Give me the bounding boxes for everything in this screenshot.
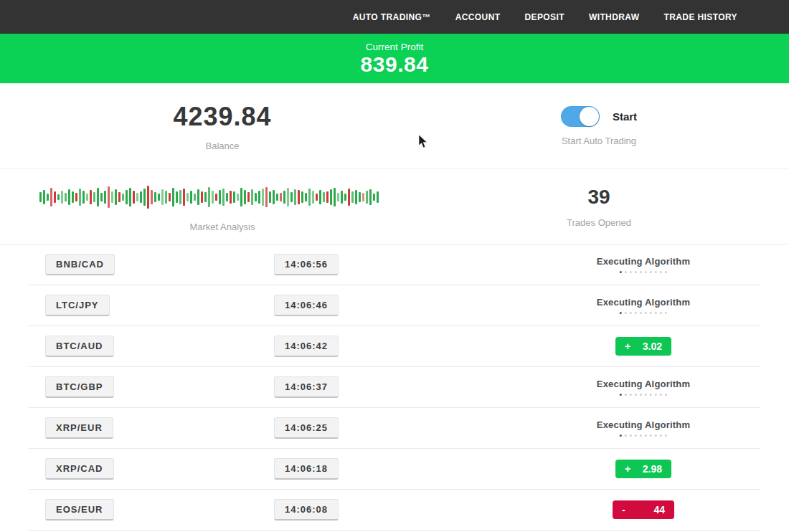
candle-bar-red bbox=[298, 190, 300, 204]
candle-bar-green bbox=[143, 189, 146, 206]
current-profit-value: 839.84 bbox=[361, 52, 429, 77]
dot-icon bbox=[635, 312, 637, 314]
candle-bar-green bbox=[308, 189, 311, 206]
candle-bar-green bbox=[176, 191, 178, 203]
trade-time-button[interactable]: 14:06:37 bbox=[274, 376, 339, 398]
trade-row: BTC/AUD14:06:42+3.02 bbox=[29, 326, 760, 367]
nav-item-trade-history[interactable]: TRADE HISTORY bbox=[663, 12, 737, 22]
trade-status: -44 bbox=[613, 500, 674, 519]
trade-time-button[interactable]: 14:06:42 bbox=[274, 336, 339, 357]
dot-icon bbox=[650, 434, 652, 437]
candle-bar-red bbox=[265, 187, 268, 207]
toggle-label: Start bbox=[613, 110, 637, 123]
dot-icon bbox=[630, 394, 632, 396]
nav-item-deposit[interactable]: DEPOSIT bbox=[524, 12, 564, 22]
trade-status: Executing Algorithm bbox=[597, 297, 690, 314]
dot-icon bbox=[640, 434, 642, 437]
candle-bar-green bbox=[251, 189, 253, 205]
candle-bar-red bbox=[183, 189, 185, 206]
candle-bar-green bbox=[276, 194, 278, 201]
trade-time-button[interactable]: 14:06:08 bbox=[274, 499, 339, 521]
candle-bar-green bbox=[344, 194, 346, 201]
pair-button[interactable]: LTC/JPY bbox=[45, 295, 110, 316]
dot-icon bbox=[660, 394, 662, 396]
candle-bar-green bbox=[258, 191, 260, 204]
candle-bar-green bbox=[194, 194, 196, 201]
dot-icon bbox=[630, 271, 632, 273]
trade-row: XRP/CAD14:06:18+2.98 bbox=[29, 449, 760, 490]
dot-icon bbox=[650, 312, 652, 314]
dot-icon bbox=[645, 271, 647, 273]
candle-bar-red bbox=[326, 191, 329, 203]
trade-time-button[interactable]: 14:06:18 bbox=[274, 458, 339, 480]
candle-bar-green bbox=[319, 190, 321, 204]
pair-button[interactable]: XRP/EUR bbox=[45, 417, 113, 439]
trade-time-button[interactable]: 14:06:25 bbox=[274, 417, 339, 439]
candle-bar-green bbox=[219, 190, 221, 204]
candle-bar-green bbox=[305, 193, 307, 201]
auto-trading-toggle[interactable] bbox=[561, 106, 600, 127]
progress-dots-loader bbox=[597, 394, 690, 396]
pair-button[interactable]: BNB/CAD bbox=[45, 254, 115, 275]
trade-status: +3.02 bbox=[615, 337, 671, 356]
pair-button[interactable]: BTC/AUD bbox=[45, 336, 114, 357]
analysis-section: Market Analysis 39 Trades Opened bbox=[0, 169, 789, 244]
candle-bar-red bbox=[169, 193, 171, 201]
dot-icon bbox=[635, 434, 637, 437]
result-value: 2.98 bbox=[643, 463, 662, 475]
dot-icon bbox=[625, 271, 627, 273]
candle-bar-green bbox=[186, 193, 189, 201]
nav-item-auto-trading[interactable]: AUTO TRADING™ bbox=[353, 12, 431, 22]
candle-bar-green bbox=[104, 191, 106, 204]
trades-opened-block: 39 Trades Opened bbox=[416, 169, 760, 244]
pair-button[interactable]: XRP/CAD bbox=[45, 458, 114, 480]
candle-bar-red bbox=[316, 194, 318, 201]
candle-bar-green bbox=[161, 189, 164, 205]
candle-bar-green bbox=[79, 189, 81, 206]
balance-value: 4239.84 bbox=[173, 102, 271, 132]
trade-time-button[interactable]: 14:06:46 bbox=[274, 295, 339, 316]
toggle-caption: Start Auto Trading bbox=[562, 136, 636, 146]
candle-bar-green bbox=[82, 191, 85, 204]
candle-bar-green bbox=[57, 194, 60, 200]
candle-bar-red bbox=[280, 193, 282, 201]
nav-item-account[interactable]: ACCOUNT bbox=[455, 12, 501, 22]
candle-bar-green bbox=[359, 192, 361, 202]
dot-icon bbox=[620, 434, 622, 437]
nav-item-withdraw[interactable]: WITHDRAW bbox=[589, 12, 640, 22]
candle-bar-red bbox=[108, 186, 110, 208]
dot-icon bbox=[665, 394, 667, 396]
candle-bar-green bbox=[208, 187, 210, 207]
dot-icon bbox=[665, 271, 667, 273]
executing-algorithm-label: Executing Algorithm bbox=[597, 297, 690, 308]
trades-opened-label: Trades Opened bbox=[567, 217, 631, 228]
candle-bar-green bbox=[323, 192, 325, 202]
candle-bar-green bbox=[122, 194, 124, 201]
candle-bar-green bbox=[86, 194, 88, 201]
dot-icon bbox=[665, 312, 667, 314]
candle-bar-green bbox=[301, 191, 303, 203]
candle-bar-green bbox=[65, 193, 67, 201]
trade-time-button[interactable]: 14:06:56 bbox=[274, 254, 339, 275]
dot-icon bbox=[630, 434, 632, 437]
candle-bar-red bbox=[348, 189, 350, 206]
dot-icon bbox=[620, 312, 622, 314]
candle-bar-green bbox=[294, 189, 296, 205]
dot-icon bbox=[645, 312, 647, 314]
candle-bar-green bbox=[47, 194, 49, 201]
pair-button[interactable]: BTC/GBP bbox=[45, 376, 114, 398]
candle-bar-green bbox=[377, 191, 379, 203]
pair-button[interactable]: EOS/EUR bbox=[45, 499, 114, 521]
candle-bar-green bbox=[290, 192, 293, 202]
trade-status: Executing Algorithm bbox=[597, 379, 690, 396]
result-value: 3.02 bbox=[643, 341, 662, 352]
candle-bar-red bbox=[118, 192, 121, 202]
dot-icon bbox=[640, 394, 642, 396]
candle-bar-green bbox=[212, 191, 214, 204]
candle-bar-green bbox=[126, 190, 128, 204]
candle-bar-green bbox=[330, 189, 332, 205]
candle-bar-red bbox=[147, 186, 149, 209]
candle-bar-green bbox=[39, 192, 42, 202]
market-analysis-chart bbox=[29, 181, 416, 213]
progress-dots-loader bbox=[597, 271, 690, 273]
